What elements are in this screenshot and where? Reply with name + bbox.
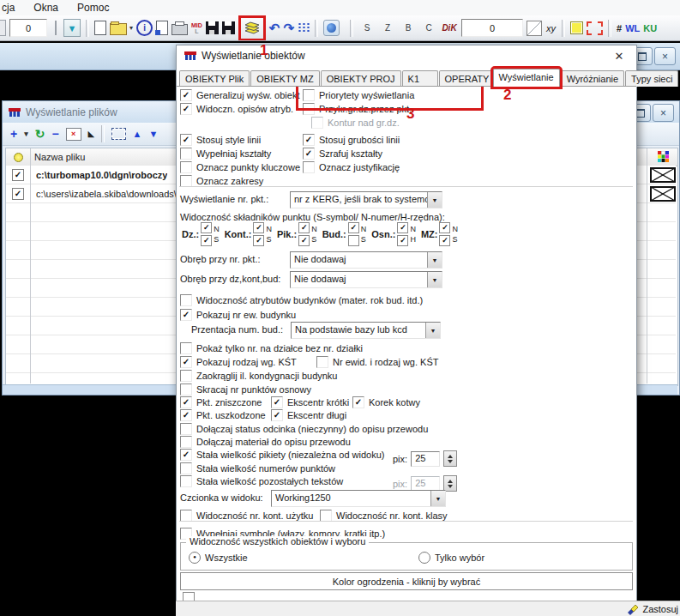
open-folder-icon[interactable]: [110, 23, 127, 35]
info-icon[interactable]: [136, 20, 153, 36]
menu-item-partial[interactable]: cja: [0, 1, 24, 15]
font-in-view-combo[interactable]: Working1250▼: [271, 490, 446, 507]
obreb-dz-kont-bud-combo[interactable]: Nie dodawaj▼: [290, 271, 442, 288]
yellow-rectangle-icon[interactable]: [570, 21, 583, 34]
tab-obiekty-mz[interactable]: OBIEKTY MZ: [250, 70, 319, 87]
checkbox-przykr-gr-dz[interactable]: Przykr.gr.dz.przez pkt.: [303, 103, 412, 115]
checkbox-style-linii[interactable]: ✓Stosuj style linii: [180, 134, 261, 146]
checkbox-ekscentr-krotki[interactable]: ✓Ekscentr krótki: [271, 396, 349, 408]
files-close-button[interactable]: ×: [653, 104, 674, 122]
file-visible-checkbox[interactable]: ✓: [12, 188, 24, 200]
checkbox-nr-ewid-kst[interactable]: Nr ewid. i rodzaj wg. KŚT: [316, 356, 438, 368]
checkbox-stala-wielkosc-pikiety[interactable]: ✓Stała wielkość pikiety (niezależna od w…: [180, 449, 385, 461]
document-icon[interactable]: [156, 21, 168, 35]
printer-icon[interactable]: [172, 24, 188, 35]
mode-z-button[interactable]: Z: [378, 20, 397, 37]
add-dropdown-icon[interactable]: ▾: [24, 130, 28, 138]
pv-checkbox[interactable]: ✓: [397, 235, 408, 246]
tab-wyroznianie[interactable]: Wyróżnianie: [561, 70, 624, 87]
checkbox-wypelniaj-ksztalty[interactable]: Wypełniaj kształty: [180, 148, 271, 160]
radio-wszystkie[interactable]: ●Wszystkie: [189, 552, 248, 564]
checkbox-zaokraglij-kondygnacje[interactable]: Zaokrąglij il. kondygnacji budynku: [180, 370, 337, 382]
sort-icon[interactable]: ◣: [88, 130, 94, 138]
new-file-icon[interactable]: [94, 21, 106, 35]
point-number-display-combo[interactable]: nr z KERG, jeśli brak to systemow▼: [290, 191, 442, 208]
pv-checkbox[interactable]: ✓: [439, 222, 450, 233]
layers-display-icon-highlighted[interactable]: [238, 15, 266, 41]
select-region-icon[interactable]: [111, 128, 126, 140]
save-as-icon[interactable]: [222, 21, 235, 34]
dialog-close-button[interactable]: ✕: [611, 50, 627, 63]
checkbox-stala-wielkosc-numerow[interactable]: Stała wielkość numerów punktów: [180, 462, 335, 474]
tab-obiekty-plik[interactable]: OBIEKTY Plik: [179, 70, 250, 87]
tab-obiekty-proj[interactable]: OBIEKTY PROJ: [321, 70, 401, 87]
refresh-icon[interactable]: ↻: [35, 127, 45, 141]
checkbox-kontur-nad-gr-dz[interactable]: Kontur nad gr.dz.: [311, 117, 400, 129]
hash-button[interactable]: #: [617, 19, 622, 38]
delete-file-icon[interactable]: ×: [66, 128, 81, 141]
pv-checkbox[interactable]: ✓: [439, 235, 450, 246]
checkbox-widocznosc-opisow[interactable]: ✓Widoczn. opisów atryb.: [180, 103, 293, 115]
checkbox-pkt-zniszczone[interactable]: ✓Pkt. zniszczone: [180, 396, 262, 408]
pv-checkbox[interactable]: [348, 235, 359, 246]
coordinate-input[interactable]: 0: [461, 19, 523, 37]
chevron-down-icon[interactable]: ▼: [427, 252, 442, 268]
wl-button[interactable]: WL: [625, 19, 640, 38]
scale-toggle-icon[interactable]: [527, 21, 542, 36]
checkbox-tylko-nr-dzialka[interactable]: Pokaż tylko nr. na działce bez nr. dział…: [180, 342, 363, 354]
move-down-icon[interactable]: ▼: [148, 129, 158, 139]
obreb-nr-pkt-combo[interactable]: Nie dodawaj▼: [290, 251, 442, 269]
checkbox-nr-ew-budynku[interactable]: ✓Pokazuj nr ew. budynku: [180, 309, 296, 321]
pv-checkbox[interactable]: ✓: [253, 235, 264, 246]
checkbox-status-odcinka[interactable]: Dołączaj status odcinka (nieczynny) do o…: [180, 423, 428, 435]
apply-button[interactable]: Zastosuj: [626, 603, 680, 615]
mode-c-button[interactable]: C: [419, 20, 438, 37]
pv-checkbox[interactable]: ✓: [298, 235, 310, 246]
dialog-titlebar[interactable]: Wyświetlanie obiektów ✕: [177, 45, 636, 66]
pv-checkbox[interactable]: ✓: [348, 222, 359, 233]
file-visible-checkbox[interactable]: ✓: [12, 169, 24, 181]
tab-wyswietlanie[interactable]: Wyświetlanie: [493, 69, 560, 87]
checkbox-justyfikacja[interactable]: Oznacz justyfikację: [303, 161, 400, 173]
dik-button[interactable]: DiK: [440, 20, 459, 37]
mode-s-button[interactable]: S: [358, 20, 376, 37]
tab-typy-sieci[interactable]: Typy sieci: [625, 70, 678, 87]
checkbox-stala-wielkosc-tekstow[interactable]: Stała wielkość pozostałych tekstów: [180, 475, 343, 487]
add-file-icon[interactable]: +: [10, 127, 17, 141]
checkbox-oznacz-zakresy[interactable]: Oznacz zakresy: [180, 175, 263, 187]
list-grid-icon[interactable]: [298, 22, 310, 33]
checkbox-grubosci-linii[interactable]: ✓Stosuj grubości linii: [303, 134, 400, 146]
scale-spinner[interactable]: [51, 21, 60, 35]
pv-checkbox[interactable]: ✓: [397, 222, 408, 233]
no-color-icon[interactable]: [650, 167, 676, 183]
zoom-down-button[interactable]: ▼: [63, 19, 81, 37]
spinner-partial[interactable]: [0, 20, 6, 36]
open-dropdown-icon[interactable]: ▾: [129, 19, 133, 38]
pv-checkbox[interactable]: ✓: [201, 235, 212, 246]
checkbox-szrafuj-ksztalty[interactable]: ✓Szrafuj kształty: [303, 148, 382, 160]
menu-item-pomoc[interactable]: Pomoc: [68, 1, 118, 15]
radio-tylko-wybor[interactable]: Tylko wybór: [418, 552, 484, 564]
checkbox-punkty-kluczowe[interactable]: Oznacz punkty kluczowe: [180, 161, 300, 173]
checkbox-material-przewodu[interactable]: Dołączaj materiał do opisu przewodu: [180, 436, 351, 448]
pv-checkbox[interactable]: ✓: [253, 222, 264, 233]
close-window-button[interactable]: ×: [654, 47, 676, 65]
checkbox-priorytety[interactable]: Priorytety wyświetlania: [303, 89, 414, 101]
tab-operaty[interactable]: OPERATY: [439, 70, 492, 87]
checkbox-nr-kont-klasy[interactable]: Widoczność nr. kont. klasy: [320, 510, 448, 522]
chevron-down-icon[interactable]: ▼: [430, 491, 445, 506]
mode-b-button[interactable]: B: [399, 20, 418, 37]
pv-checkbox[interactable]: ✓: [201, 222, 212, 233]
checkbox-nr-kont-uzytku[interactable]: Widoczność nr. kont. użytku: [180, 510, 313, 522]
chevron-down-icon[interactable]: ▼: [425, 323, 440, 338]
pix-spinner[interactable]: [443, 450, 457, 467]
prezentacja-num-bud-combo[interactable]: Na podstawie bazy lub kcd▼: [291, 322, 441, 339]
pv-checkbox[interactable]: ✓: [298, 222, 310, 233]
checkbox-atrybuty-budynkow[interactable]: Widoczność atrybutów budynków (mater. ro…: [180, 294, 423, 306]
ku-button[interactable]: KU: [643, 19, 657, 38]
tab-k1[interactable]: K1: [402, 70, 438, 87]
chevron-down-icon[interactable]: ▼: [427, 192, 442, 208]
name-column-header[interactable]: Nazwa pliku: [34, 152, 85, 162]
checkbox-generalizuj[interactable]: ✓Generalizuj wyśw. obiekt: [180, 89, 299, 101]
move-up-icon[interactable]: ▲: [133, 129, 142, 139]
